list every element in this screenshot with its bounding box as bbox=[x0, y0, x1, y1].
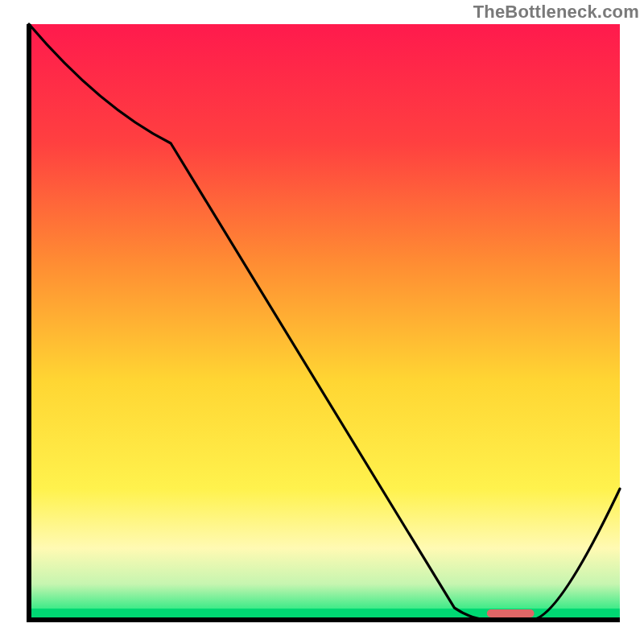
optimal-marker bbox=[487, 609, 535, 617]
chart-container: TheBottleneck.com bbox=[0, 0, 644, 644]
bottleneck-chart bbox=[0, 0, 644, 644]
gradient-background bbox=[29, 24, 620, 620]
watermark-text: TheBottleneck.com bbox=[473, 2, 639, 23]
